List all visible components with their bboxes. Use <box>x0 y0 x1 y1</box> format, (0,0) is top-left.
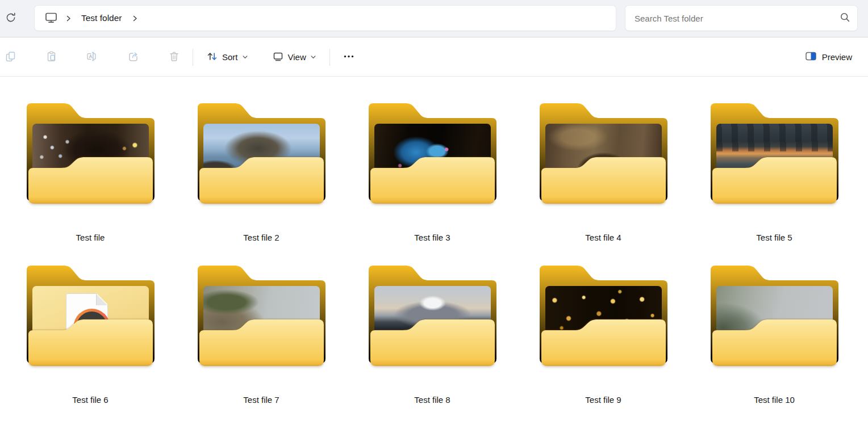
delete-icon <box>168 51 180 64</box>
folder-icon <box>369 264 496 367</box>
folder-tile[interactable]: Test file 3 <box>364 102 500 244</box>
folder-tile[interactable]: Test file 5 <box>706 102 842 244</box>
view-label: View <box>288 52 306 62</box>
delete-button[interactable] <box>162 47 185 68</box>
folder-name: Test file 6 <box>72 394 108 406</box>
paste-icon <box>45 51 57 64</box>
preview-label: Preview <box>822 52 852 62</box>
copy-button[interactable] <box>0 47 22 68</box>
folder-icon <box>540 264 667 367</box>
share-button[interactable] <box>122 47 144 68</box>
preview-pane-icon <box>805 51 817 63</box>
folder-row: Test file <box>22 102 868 244</box>
folder-name: Test file <box>76 232 105 244</box>
folder-icon <box>711 102 838 204</box>
folder-icon <box>369 102 496 204</box>
toolbar-divider <box>329 49 330 66</box>
refresh-icon <box>5 11 17 26</box>
folder-tile[interactable]: Test file 2 <box>193 102 329 244</box>
search-box <box>625 5 858 31</box>
see-more-button[interactable] <box>337 47 360 68</box>
rename-button[interactable] <box>81 47 103 68</box>
file-action-group <box>0 47 185 68</box>
folder-name: Test file 5 <box>756 232 792 244</box>
breadcrumb-chevron-icon[interactable] <box>128 11 143 26</box>
folder-icon <box>27 102 155 204</box>
folder-icon <box>27 264 155 367</box>
rename-icon <box>86 51 98 64</box>
folder-name: Test file 3 <box>414 232 450 244</box>
toolbar-divider <box>193 49 193 66</box>
folder-name: Test file 10 <box>754 394 795 406</box>
search-icon <box>840 12 850 25</box>
breadcrumb-chevron-icon[interactable] <box>61 11 76 26</box>
folder-tile[interactable]: Test file 6 <box>22 264 158 406</box>
folder-name: Test file 7 <box>243 394 279 406</box>
breadcrumb-folder[interactable]: Test folder <box>76 11 128 26</box>
address-bar[interactable]: Test folder <box>34 5 616 31</box>
breadcrumb-this-pc-button[interactable] <box>41 10 61 27</box>
share-icon <box>127 51 139 64</box>
this-pc-icon <box>44 11 58 26</box>
sort-icon <box>206 51 218 64</box>
sort-label: Sort <box>222 52 238 62</box>
refresh-button[interactable] <box>2 10 19 27</box>
folder-tile[interactable]: Test file 7 <box>193 264 329 406</box>
chevron-down-icon <box>310 52 316 62</box>
view-icon <box>272 51 284 64</box>
copy-icon <box>5 51 16 64</box>
folder-icon <box>540 102 667 204</box>
chevron-down-icon <box>242 52 248 62</box>
folder-name: Test file 2 <box>243 232 279 244</box>
view-button[interactable]: View <box>266 46 322 69</box>
folder-tile[interactable]: Test file <box>22 102 158 244</box>
preview-toggle-button[interactable]: Preview <box>799 47 858 68</box>
folder-icon <box>198 102 326 204</box>
folder-name: Test file 9 <box>585 394 621 406</box>
folder-tile[interactable]: Test file 9 <box>535 264 671 406</box>
command-bar: Sort View <box>0 38 868 77</box>
folder-tile[interactable]: Test file 8 <box>364 264 500 406</box>
sort-button[interactable]: Sort <box>201 46 254 69</box>
search-input[interactable] <box>635 14 840 23</box>
folder-tile[interactable]: Test file 10 <box>706 264 842 406</box>
folder-name: Test file 8 <box>414 394 450 406</box>
see-more-icon <box>343 51 355 64</box>
file-list-area: Test file <box>0 77 868 425</box>
paste-button[interactable] <box>40 47 62 68</box>
folder-icon <box>198 264 326 367</box>
folder-tile[interactable]: Test file 4 <box>535 102 671 244</box>
address-toolbar: Test folder <box>0 0 868 37</box>
folder-name: Test file 4 <box>585 232 621 244</box>
folder-row: Test file 6 <box>22 264 868 406</box>
folder-icon <box>711 264 838 367</box>
